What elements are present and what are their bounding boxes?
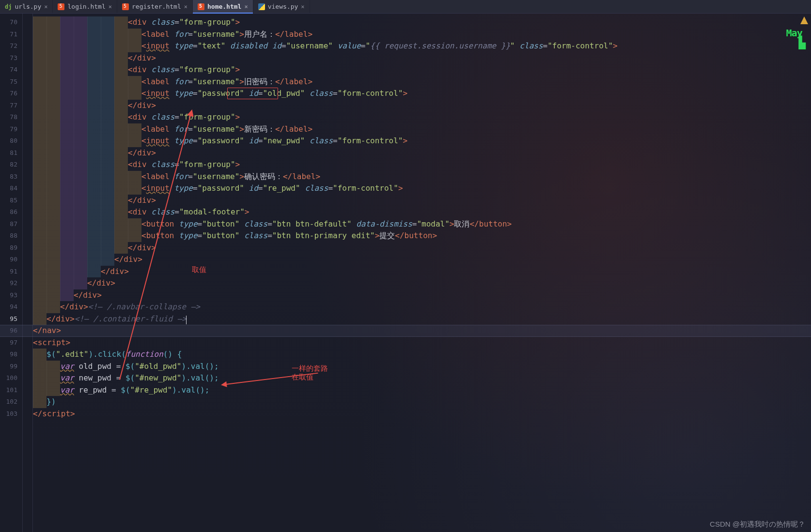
code-line[interactable]: </nav> bbox=[33, 325, 811, 337]
close-icon[interactable]: × bbox=[301, 3, 304, 10]
code-line[interactable]: <label for="username">旧密码：</label> bbox=[33, 76, 811, 88]
django-icon: dj bbox=[5, 3, 12, 10]
line-number: 71 bbox=[0, 29, 17, 41]
code-line[interactable]: </div><!— /.navbar-collapse —> bbox=[33, 301, 811, 313]
line-number: 85 bbox=[0, 195, 17, 207]
code-line[interactable]: </div> bbox=[33, 242, 811, 254]
code-area[interactable]: <div class="form-group"><label for="user… bbox=[33, 14, 811, 532]
line-number: 83 bbox=[0, 171, 17, 183]
tab-label: urls.py bbox=[15, 3, 41, 10]
editor: 7071727374757677787980818283848586878889… bbox=[0, 14, 811, 532]
line-number: 74 bbox=[0, 64, 17, 76]
code-line[interactable]: </div> bbox=[33, 266, 811, 278]
code-line[interactable]: <label for="username">确认密码：</label> bbox=[33, 171, 811, 183]
code-line[interactable]: <div class="form-group"> bbox=[33, 111, 811, 123]
code-line[interactable]: </div> bbox=[33, 195, 811, 207]
line-number: 84 bbox=[0, 182, 17, 195]
line-number: 72 bbox=[0, 40, 17, 52]
html5-icon bbox=[58, 3, 64, 10]
code-line[interactable]: </div> bbox=[33, 147, 811, 159]
line-number: 93 bbox=[0, 289, 17, 302]
tab-label: login.html bbox=[67, 3, 105, 10]
code-line[interactable]: <div class="form-group"> bbox=[33, 159, 811, 171]
code-line[interactable]: </div><!— /.container-fluid —> bbox=[33, 313, 811, 325]
html5-icon bbox=[198, 3, 204, 10]
tab-urls-py[interactable]: djurls.py× bbox=[0, 0, 53, 13]
close-icon[interactable]: × bbox=[109, 3, 112, 10]
line-number: 76 bbox=[0, 88, 17, 100]
line-number: 100 bbox=[0, 372, 17, 384]
fold-gutter bbox=[22, 14, 33, 532]
line-number: 97 bbox=[0, 337, 17, 349]
line-number: 88 bbox=[0, 230, 17, 242]
code-line[interactable]: <input type="password" id="new_pwd" clas… bbox=[33, 135, 811, 147]
line-number: 78 bbox=[0, 111, 17, 123]
code-line[interactable]: <button type="button" class="btn btn-pri… bbox=[33, 230, 811, 242]
line-number: 87 bbox=[0, 218, 17, 230]
code-line[interactable]: $(".edit").click(function() { bbox=[33, 349, 811, 361]
code-line[interactable]: </div> bbox=[33, 100, 811, 112]
line-number: 77 bbox=[0, 100, 17, 112]
tab-views-py[interactable]: views.py× bbox=[253, 0, 310, 13]
code-line[interactable]: <input type="password" id="old_pwd" clas… bbox=[33, 88, 811, 100]
line-number: 91 bbox=[0, 266, 17, 278]
code-line[interactable]: </div> bbox=[33, 277, 811, 289]
close-icon[interactable]: × bbox=[244, 3, 248, 10]
line-number: 81 bbox=[0, 147, 17, 159]
line-number: 86 bbox=[0, 206, 17, 218]
code-line[interactable]: <div class="form-group"> bbox=[33, 64, 811, 76]
code-line[interactable]: </div> bbox=[33, 254, 811, 266]
code-line[interactable]: <input type="text" disabled id="username… bbox=[33, 40, 811, 52]
code-line[interactable]: <script> bbox=[33, 337, 811, 349]
line-number: 94 bbox=[0, 301, 17, 313]
line-number: 98 bbox=[0, 349, 17, 361]
code-line[interactable]: <div class="modal-footer"> bbox=[33, 206, 811, 218]
html5-icon bbox=[122, 3, 129, 10]
code-line[interactable]: <label for="username">用户名：</label> bbox=[33, 29, 811, 41]
code-line[interactable]: </div> bbox=[33, 289, 811, 302]
code-line[interactable]: var new_pwd = $("#new_pwd").val(); bbox=[33, 372, 811, 384]
line-number: 73 bbox=[0, 52, 17, 64]
line-number: 102 bbox=[0, 396, 17, 408]
python-icon bbox=[258, 3, 265, 10]
code-line[interactable]: }) bbox=[33, 396, 811, 408]
tab-label: views.py bbox=[268, 3, 298, 10]
tab-label: home.html bbox=[207, 3, 241, 10]
code-line[interactable]: </script> bbox=[33, 408, 811, 420]
line-number: 70 bbox=[0, 16, 17, 29]
line-number: 89 bbox=[0, 242, 17, 254]
tab-home-html[interactable]: home.html× bbox=[193, 0, 253, 13]
code-line[interactable]: </div> bbox=[33, 52, 811, 64]
line-number: 95 bbox=[0, 313, 17, 325]
code-line[interactable]: var old_pwd = $("#old_pwd").val(); bbox=[33, 361, 811, 373]
line-number: 101 bbox=[0, 384, 17, 396]
line-number: 79 bbox=[0, 123, 17, 136]
code-line[interactable]: <input type="password" id="re_pwd" class… bbox=[33, 182, 811, 195]
code-line[interactable]: <div class="form-group"> bbox=[33, 16, 811, 29]
code-line[interactable]: var re_pwd = $("#re_pwd").val(); bbox=[33, 384, 811, 396]
line-number: 92 bbox=[0, 277, 17, 289]
tab-register-html[interactable]: register.html× bbox=[117, 0, 193, 13]
tab-bar: djurls.py×login.html×register.html×home.… bbox=[0, 0, 811, 14]
line-number: 82 bbox=[0, 159, 17, 171]
line-number: 96 bbox=[0, 325, 17, 337]
line-number: 75 bbox=[0, 76, 17, 88]
line-number: 90 bbox=[0, 254, 17, 266]
tab-login-html[interactable]: login.html× bbox=[53, 0, 117, 13]
line-number-gutter: 7071727374757677787980818283848586878889… bbox=[0, 14, 22, 532]
close-icon[interactable]: × bbox=[184, 3, 187, 10]
tab-label: register.html bbox=[132, 3, 181, 10]
close-icon[interactable]: × bbox=[44, 3, 47, 10]
code-line[interactable]: <label for="username">新密码：</label> bbox=[33, 123, 811, 136]
line-number: 99 bbox=[0, 361, 17, 373]
pixel-logo: May▙ bbox=[786, 28, 805, 48]
code-line[interactable]: <button type="button" class="btn btn-def… bbox=[33, 218, 811, 230]
line-number: 103 bbox=[0, 408, 17, 420]
line-number: 80 bbox=[0, 135, 17, 147]
